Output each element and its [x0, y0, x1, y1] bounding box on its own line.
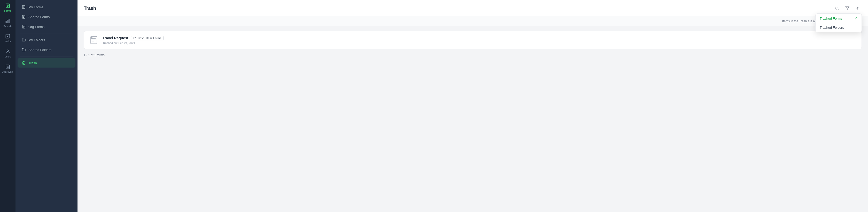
reports-icon: [5, 18, 10, 24]
svg-point-8: [7, 50, 9, 52]
svg-rect-34: [91, 37, 92, 38]
org-forms-icon: [22, 25, 26, 29]
users-label: Users: [5, 55, 11, 58]
nav-divider-1: [20, 33, 73, 33]
form-card[interactable]: Travel Request Travel Desk Forms Trashed…: [84, 31, 862, 49]
nav-trash-label: Trash: [28, 61, 37, 65]
form-card-title: Travel Request: [102, 36, 128, 40]
nav-item-trash[interactable]: Trash: [18, 58, 75, 68]
sidebar-item-users[interactable]: Users: [0, 46, 16, 61]
dropdown-item-trashed-forms[interactable]: Trashed Forms ✓: [815, 14, 862, 23]
filter-dropdown: Trashed Forms ✓ Trashed Folders: [815, 14, 862, 32]
nav-sidebar: My Forms Shared Forms Org Forms My Folde…: [16, 0, 78, 212]
main-content: Trash: [78, 0, 868, 212]
nav-my-folders-label: My Folders: [28, 38, 45, 42]
form-card-meta: Trashed on: Feb 24, 2021: [102, 42, 857, 45]
main-header: Trash: [78, 0, 868, 17]
svg-rect-6: [9, 19, 9, 23]
trash-icon: [22, 61, 26, 65]
folder-badge-icon: [133, 36, 136, 39]
nav-org-forms-label: Org Forms: [28, 25, 44, 29]
pagination-text: 1 - 1 of 1 forms: [84, 53, 862, 57]
info-bar: Items in the Trash are automatically del…: [78, 17, 868, 26]
tasks-icon: [5, 34, 10, 39]
trashed-folders-label: Trashed Folders: [820, 26, 844, 29]
sidebar-item-approvals[interactable]: Approvals: [0, 61, 16, 76]
content-area: Travel Request Travel Desk Forms Trashed…: [78, 26, 868, 212]
form-icon: [89, 35, 98, 45]
nav-item-org-forms[interactable]: Org Forms: [18, 22, 75, 31]
users-icon: [5, 49, 10, 54]
sidebar-item-tasks[interactable]: Tasks: [0, 30, 16, 46]
form-card-info: Travel Request Travel Desk Forms Trashed…: [102, 36, 857, 45]
nav-item-my-folders[interactable]: My Folders: [18, 35, 75, 45]
trashed-forms-label: Trashed Forms: [820, 17, 842, 21]
nav-my-forms-label: My Forms: [28, 5, 43, 9]
search-icon: [835, 6, 839, 10]
shared-folders-icon: [22, 48, 26, 52]
trashed-forms-check: ✓: [854, 16, 858, 21]
page-title: Trash: [84, 6, 96, 11]
sidebar-item-reports[interactable]: Reports: [0, 15, 16, 30]
form-card-icon: [89, 35, 98, 45]
reports-label: Reports: [3, 25, 12, 27]
dropdown-item-trashed-folders[interactable]: Trashed Folders: [815, 23, 862, 32]
approvals-label: Approvals: [2, 71, 13, 73]
sort-button[interactable]: [854, 4, 862, 12]
form-card-badge-text: Travel Desk Forms: [137, 36, 161, 39]
search-button[interactable]: [833, 4, 841, 12]
nav-shared-folders-label: Shared Folders: [28, 48, 52, 52]
forms-icon: [5, 3, 10, 8]
nav-item-shared-folders[interactable]: Shared Folders: [18, 45, 75, 54]
my-forms-icon: [22, 5, 26, 9]
shared-forms-icon: [22, 15, 26, 19]
svg-marker-27: [845, 7, 849, 10]
nav-shared-forms-label: Shared Forms: [28, 15, 50, 19]
form-card-title-row: Travel Request Travel Desk Forms: [102, 36, 857, 41]
svg-rect-4: [6, 21, 7, 23]
nav-divider-2: [20, 56, 73, 56]
filter-icon: [845, 6, 849, 10]
svg-rect-5: [7, 20, 8, 23]
filter-button[interactable]: [843, 4, 851, 12]
icon-sidebar: Forms Reports Tasks Users Approvals: [0, 0, 16, 212]
sidebar-item-forms[interactable]: Forms: [0, 0, 16, 15]
svg-line-26: [838, 9, 839, 10]
tasks-label: Tasks: [5, 40, 11, 43]
approvals-icon: [5, 64, 10, 69]
my-folders-icon: [22, 38, 26, 42]
form-card-badge: Travel Desk Forms: [131, 36, 164, 41]
nav-item-my-forms[interactable]: My Forms: [18, 2, 75, 12]
forms-label: Forms: [4, 9, 11, 12]
nav-item-shared-forms[interactable]: Shared Forms: [18, 12, 75, 22]
sort-icon: [856, 6, 860, 10]
svg-point-25: [836, 7, 838, 9]
header-actions: Trashed Forms ✓ Trashed Folders: [833, 4, 862, 12]
